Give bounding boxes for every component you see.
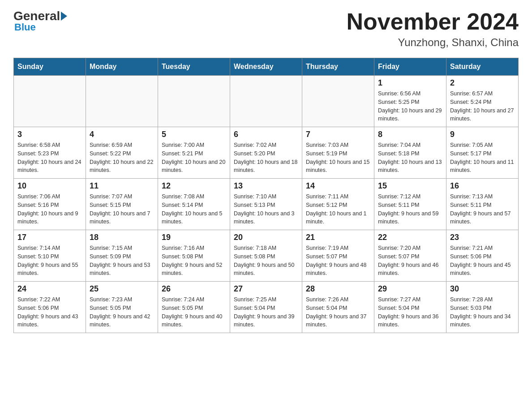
day-number: 20	[234, 233, 298, 242]
logo-arrow-icon	[61, 12, 67, 21]
table-row: 21Sunrise: 7:19 AM Sunset: 5:07 PM Dayli…	[302, 230, 374, 282]
day-info: Sunrise: 7:03 AM Sunset: 5:19 PM Dayligh…	[306, 141, 370, 175]
header-thursday: Thursday	[302, 58, 374, 76]
table-row: 26Sunrise: 7:24 AM Sunset: 5:05 PM Dayli…	[158, 282, 230, 333]
day-info: Sunrise: 7:15 AM Sunset: 5:09 PM Dayligh…	[90, 244, 154, 278]
day-number: 18	[90, 233, 154, 242]
day-number: 17	[17, 233, 82, 242]
table-row: 3Sunrise: 6:58 AM Sunset: 5:23 PM Daylig…	[14, 127, 86, 179]
header-saturday: Saturday	[446, 58, 519, 76]
day-info: Sunrise: 6:59 AM Sunset: 5:22 PM Dayligh…	[90, 141, 154, 175]
day-number: 8	[378, 130, 442, 139]
day-number: 30	[450, 284, 515, 294]
calendar-title: November 2024	[347, 9, 519, 34]
day-number: 5	[162, 130, 226, 139]
day-info: Sunrise: 7:26 AM Sunset: 5:04 PM Dayligh…	[306, 295, 370, 329]
day-info: Sunrise: 7:02 AM Sunset: 5:20 PM Dayligh…	[234, 141, 298, 175]
calendar-week-row: 1Sunrise: 6:56 AM Sunset: 5:25 PM Daylig…	[14, 76, 519, 127]
day-info: Sunrise: 7:06 AM Sunset: 5:16 PM Dayligh…	[17, 193, 82, 226]
table-row: 9Sunrise: 7:05 AM Sunset: 5:17 PM Daylig…	[446, 127, 519, 179]
table-row: 1Sunrise: 6:56 AM Sunset: 5:25 PM Daylig…	[374, 76, 446, 127]
table-row: 7Sunrise: 7:03 AM Sunset: 5:19 PM Daylig…	[302, 127, 374, 179]
day-info: Sunrise: 7:23 AM Sunset: 5:05 PM Dayligh…	[90, 295, 154, 329]
day-info: Sunrise: 7:11 AM Sunset: 5:12 PM Dayligh…	[306, 193, 370, 226]
table-row: 10Sunrise: 7:06 AM Sunset: 5:16 PM Dayli…	[14, 179, 86, 230]
table-row: 28Sunrise: 7:26 AM Sunset: 5:04 PM Dayli…	[302, 282, 374, 333]
table-row: 17Sunrise: 7:14 AM Sunset: 5:10 PM Dayli…	[14, 230, 86, 282]
header-monday: Monday	[86, 58, 158, 76]
day-number: 12	[162, 181, 226, 191]
table-row: 8Sunrise: 7:04 AM Sunset: 5:18 PM Daylig…	[374, 127, 446, 179]
table-row: 30Sunrise: 7:28 AM Sunset: 5:03 PM Dayli…	[446, 282, 519, 333]
header-friday: Friday	[374, 58, 446, 76]
table-row: 16Sunrise: 7:13 AM Sunset: 5:11 PM Dayli…	[446, 179, 519, 230]
header-tuesday: Tuesday	[158, 58, 230, 76]
header-wednesday: Wednesday	[230, 58, 302, 76]
day-info: Sunrise: 7:20 AM Sunset: 5:07 PM Dayligh…	[378, 244, 442, 278]
calendar-subtitle: Yunzhong, Shanxi, China	[347, 36, 519, 49]
table-row: 24Sunrise: 7:22 AM Sunset: 5:06 PM Dayli…	[14, 282, 86, 333]
table-row: 4Sunrise: 6:59 AM Sunset: 5:22 PM Daylig…	[86, 127, 158, 179]
logo-blue-text: Blue	[14, 21, 67, 33]
calendar-week-row: 24Sunrise: 7:22 AM Sunset: 5:06 PM Dayli…	[14, 282, 519, 333]
day-info: Sunrise: 6:56 AM Sunset: 5:25 PM Dayligh…	[378, 90, 442, 123]
day-number: 22	[378, 233, 442, 242]
day-info: Sunrise: 7:28 AM Sunset: 5:03 PM Dayligh…	[450, 295, 515, 329]
day-number: 16	[450, 181, 515, 191]
day-number: 29	[378, 284, 442, 294]
day-number: 23	[450, 233, 515, 242]
table-row: 6Sunrise: 7:02 AM Sunset: 5:20 PM Daylig…	[230, 127, 302, 179]
day-info: Sunrise: 6:57 AM Sunset: 5:24 PM Dayligh…	[450, 90, 515, 123]
calendar-header-row: Sunday Monday Tuesday Wednesday Thursday…	[14, 58, 519, 76]
table-row: 27Sunrise: 7:25 AM Sunset: 5:04 PM Dayli…	[230, 282, 302, 333]
calendar-week-row: 17Sunrise: 7:14 AM Sunset: 5:10 PM Dayli…	[14, 230, 519, 282]
day-number: 25	[90, 284, 154, 294]
day-info: Sunrise: 7:05 AM Sunset: 5:17 PM Dayligh…	[450, 141, 515, 175]
table-row: 25Sunrise: 7:23 AM Sunset: 5:05 PM Dayli…	[86, 282, 158, 333]
page-header: General Blue November 2024 Yunzhong, Sha…	[13, 9, 519, 49]
day-number: 19	[162, 233, 226, 242]
table-row: 29Sunrise: 7:27 AM Sunset: 5:04 PM Dayli…	[374, 282, 446, 333]
table-row: 2Sunrise: 6:57 AM Sunset: 5:24 PM Daylig…	[446, 76, 519, 127]
day-number: 24	[17, 284, 82, 294]
table-row	[14, 76, 86, 127]
day-info: Sunrise: 7:24 AM Sunset: 5:05 PM Dayligh…	[162, 295, 226, 329]
day-info: Sunrise: 7:12 AM Sunset: 5:11 PM Dayligh…	[378, 193, 442, 226]
header-sunday: Sunday	[14, 58, 86, 76]
table-row: 5Sunrise: 7:00 AM Sunset: 5:21 PM Daylig…	[158, 127, 230, 179]
table-row: 22Sunrise: 7:20 AM Sunset: 5:07 PM Dayli…	[374, 230, 446, 282]
day-info: Sunrise: 7:27 AM Sunset: 5:04 PM Dayligh…	[378, 295, 442, 329]
day-info: Sunrise: 7:07 AM Sunset: 5:15 PM Dayligh…	[90, 193, 154, 226]
calendar-week-row: 10Sunrise: 7:06 AM Sunset: 5:16 PM Dayli…	[14, 179, 519, 230]
table-row: 15Sunrise: 7:12 AM Sunset: 5:11 PM Dayli…	[374, 179, 446, 230]
table-row	[158, 76, 230, 127]
calendar-week-row: 3Sunrise: 6:58 AM Sunset: 5:23 PM Daylig…	[14, 127, 519, 179]
day-number: 21	[306, 233, 370, 242]
title-block: November 2024 Yunzhong, Shanxi, China	[347, 9, 519, 49]
day-number: 1	[378, 78, 442, 88]
day-number: 11	[90, 181, 154, 191]
table-row: 11Sunrise: 7:07 AM Sunset: 5:15 PM Dayli…	[86, 179, 158, 230]
day-number: 15	[378, 181, 442, 191]
logo: General Blue	[13, 9, 67, 33]
table-row	[230, 76, 302, 127]
day-info: Sunrise: 7:04 AM Sunset: 5:18 PM Dayligh…	[378, 141, 442, 175]
table-row	[302, 76, 374, 127]
day-number: 3	[17, 130, 82, 139]
day-info: Sunrise: 7:21 AM Sunset: 5:06 PM Dayligh…	[450, 244, 515, 278]
day-number: 7	[306, 130, 370, 139]
day-number: 13	[234, 181, 298, 191]
day-number: 2	[450, 78, 515, 88]
table-row: 20Sunrise: 7:18 AM Sunset: 5:08 PM Dayli…	[230, 230, 302, 282]
calendar-table: Sunday Monday Tuesday Wednesday Thursday…	[13, 58, 519, 333]
day-info: Sunrise: 7:19 AM Sunset: 5:07 PM Dayligh…	[306, 244, 370, 278]
day-info: Sunrise: 7:10 AM Sunset: 5:13 PM Dayligh…	[234, 193, 298, 226]
table-row	[86, 76, 158, 127]
table-row: 19Sunrise: 7:16 AM Sunset: 5:08 PM Dayli…	[158, 230, 230, 282]
table-row: 14Sunrise: 7:11 AM Sunset: 5:12 PM Dayli…	[302, 179, 374, 230]
day-info: Sunrise: 7:22 AM Sunset: 5:06 PM Dayligh…	[17, 295, 82, 329]
day-info: Sunrise: 7:18 AM Sunset: 5:08 PM Dayligh…	[234, 244, 298, 278]
day-number: 9	[450, 130, 515, 139]
table-row: 23Sunrise: 7:21 AM Sunset: 5:06 PM Dayli…	[446, 230, 519, 282]
table-row: 13Sunrise: 7:10 AM Sunset: 5:13 PM Dayli…	[230, 179, 302, 230]
